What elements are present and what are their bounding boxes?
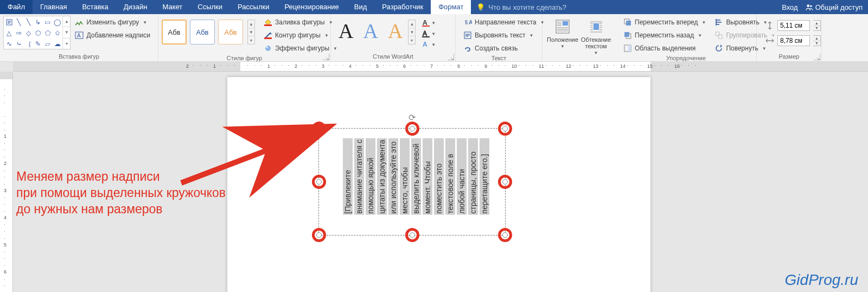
- tab-file[interactable]: Файл: [0, 0, 33, 14]
- scroll-more-icon[interactable]: ▾: [248, 36, 254, 44]
- shape-arrow-icon[interactable]: ⇨: [14, 28, 24, 39]
- dropdown-icon: ▼: [698, 33, 702, 38]
- shape-pent-icon[interactable]: ⬠: [43, 28, 53, 39]
- scroll-down-icon[interactable]: ▼: [63, 27, 70, 38]
- shape-diamond-icon[interactable]: ◇: [23, 28, 33, 39]
- wordart-preset-2[interactable]: А: [363, 19, 378, 43]
- wrap-text-button[interactable]: Обтекание текстом▼: [579, 16, 612, 55]
- vertical-ruler[interactable]: ······1···2···3···4···5···6···7···8···: [0, 72, 13, 292]
- shape-brace-icon[interactable]: ｛: [23, 39, 33, 49]
- text-direction-button[interactable]: ⥮A Направление текста▼: [461, 17, 547, 28]
- wordart-preset-3[interactable]: А: [388, 19, 403, 43]
- align-text-label: Выровнять текст: [475, 31, 525, 39]
- scroll-down-icon[interactable]: ▼: [409, 28, 415, 36]
- add-textbox-button[interactable]: A Добавление надписи: [73, 30, 152, 41]
- shape-star-icon[interactable]: ✩: [53, 28, 62, 39]
- rotate-handle-icon[interactable]: ⟳: [409, 112, 416, 123]
- textbox-icon: A: [75, 31, 84, 40]
- shape-triangle-icon[interactable]: △: [4, 28, 14, 39]
- share-button[interactable]: Общий доступ: [806, 3, 863, 11]
- align-text-button[interactable]: Выровнять текст▼: [461, 30, 547, 41]
- wordart-gallery[interactable]: А А А: [334, 16, 407, 43]
- tab-view[interactable]: Вид: [347, 0, 375, 14]
- create-link-button[interactable]: Создать связь: [461, 43, 547, 54]
- resize-handle-nw[interactable]: [316, 126, 322, 131]
- spin-down-icon[interactable]: ▼: [813, 26, 820, 31]
- scroll-more-icon[interactable]: ▾: [63, 39, 70, 49]
- tab-mailings[interactable]: Рассылки: [230, 0, 277, 14]
- height-input[interactable]: [777, 20, 810, 31]
- shape-effects-button[interactable]: Эффекты фигуры ▼: [261, 43, 340, 54]
- shape-hex-icon[interactable]: ⬡: [33, 28, 43, 39]
- scroll-down-icon[interactable]: ▼: [248, 28, 254, 36]
- dialog-launcher-size[interactable]: [814, 54, 820, 60]
- dropdown-icon: ▼: [594, 50, 598, 55]
- shapes-gallery[interactable]: ╲ ╲ ↳ ▭ ◯ △ ⇨ ◇ ⬡ ⬠ ✩ ∿ ⤷ ｛ ✎ ▱ ☁: [3, 16, 71, 49]
- shape-effects-label: Эффекты фигуры: [275, 45, 329, 52]
- width-spinner[interactable]: ▲▼: [813, 35, 821, 46]
- shape-callout-icon[interactable]: ▱: [43, 39, 53, 49]
- edit-shape-button[interactable]: Изменить фигуру ▼: [73, 17, 152, 28]
- resize-handle-s[interactable]: [410, 232, 415, 238]
- tab-developer[interactable]: Разработчик: [374, 0, 431, 14]
- horizontal-ruler[interactable]: /* ticks drawn below by populate script …: [13, 62, 868, 72]
- send-backward-label: Переместить назад: [635, 31, 694, 39]
- shape-line-icon[interactable]: ╲: [14, 17, 24, 28]
- wordart-preset-1[interactable]: А: [339, 19, 353, 43]
- shape-oval-icon[interactable]: ◯: [53, 17, 62, 28]
- shape-textbox-icon[interactable]: [4, 17, 14, 28]
- scroll-up-icon[interactable]: ▲: [63, 16, 70, 27]
- selected-textbox[interactable]: ⟳ [Привлеките внимание читателя с помощь…: [318, 128, 506, 236]
- shape-arc-icon[interactable]: ⤷: [14, 39, 24, 49]
- document-area[interactable]: ⚓ ⟳ [Привлеките внимание читателя с: [13, 72, 868, 292]
- resize-handle-e[interactable]: [502, 179, 508, 185]
- scroll-up-icon[interactable]: ▲: [409, 20, 415, 28]
- dropdown-icon: ▼: [560, 44, 565, 49]
- scroll-up-icon[interactable]: ▲: [248, 20, 254, 28]
- group-wordart: А А А ▲ ▼ ▾ A▼ A▼ A▼ Стили WordArt: [331, 14, 456, 61]
- text-effects-button[interactable]: A▼: [420, 40, 437, 49]
- dialog-launcher-wordart[interactable]: [448, 54, 454, 60]
- shape-rect-icon[interactable]: ▭: [43, 17, 53, 28]
- send-backward-button[interactable]: Переместить назад▼: [621, 30, 708, 41]
- resize-handle-se[interactable]: [502, 232, 508, 238]
- bring-forward-button[interactable]: Переместить вперед▼: [621, 17, 708, 28]
- spin-down-icon[interactable]: ▼: [813, 41, 820, 46]
- height-spinner[interactable]: ▲▼: [813, 20, 821, 31]
- tab-design[interactable]: Дизайн: [116, 0, 155, 14]
- preset-2[interactable]: Абв: [190, 20, 215, 45]
- shape-curve-icon[interactable]: ∿: [4, 39, 14, 49]
- resize-handle-ne[interactable]: [502, 126, 508, 131]
- scroll-more-icon[interactable]: ▾: [409, 36, 415, 44]
- textbox-content[interactable]: [Привлеките внимание читателя с помощью …: [343, 138, 489, 215]
- tab-insert[interactable]: Вставка: [74, 0, 116, 14]
- tab-review[interactable]: Рецензирование: [277, 0, 346, 14]
- tab-references[interactable]: Ссылки: [190, 0, 230, 14]
- shape-outline-button[interactable]: Контур фигуры ▼: [261, 30, 340, 41]
- spin-up-icon[interactable]: ▲: [813, 21, 820, 26]
- shape-fill-button[interactable]: Заливка фигуры ▼: [261, 17, 340, 28]
- position-button[interactable]: Положение▼: [546, 16, 579, 49]
- tab-format[interactable]: Формат: [431, 0, 471, 14]
- page[interactable]: ⚓ ⟳ [Привлеките внимание читателя с: [227, 77, 650, 292]
- selection-pane-button[interactable]: Область выделения: [621, 43, 708, 54]
- tab-layout[interactable]: Макет: [155, 0, 190, 14]
- shape-cloud-icon[interactable]: ☁: [53, 39, 62, 49]
- text-outline-button[interactable]: A▼: [420, 29, 437, 39]
- spin-up-icon[interactable]: ▲: [813, 36, 820, 41]
- resize-handle-sw[interactable]: [316, 232, 322, 238]
- width-input[interactable]: [777, 35, 810, 46]
- preset-1[interactable]: Абв: [162, 20, 187, 45]
- dialog-launcher-shape-styles[interactable]: [323, 54, 329, 60]
- tell-me-search[interactable]: 💡 Что вы хотите сделать?: [471, 0, 572, 14]
- resize-handle-n[interactable]: [410, 126, 415, 131]
- login-link[interactable]: Вход: [782, 3, 797, 11]
- tab-home[interactable]: Главная: [33, 0, 74, 14]
- shape-connector-icon[interactable]: ↳: [33, 17, 43, 28]
- text-fill-button[interactable]: A▼: [420, 18, 437, 28]
- shape-free-icon[interactable]: ✎: [33, 39, 43, 49]
- resize-handle-w[interactable]: [316, 179, 322, 185]
- preset-3[interactable]: Абв: [218, 20, 243, 45]
- shape-line2-icon[interactable]: ╲: [23, 17, 33, 28]
- effects-icon: [264, 44, 272, 53]
